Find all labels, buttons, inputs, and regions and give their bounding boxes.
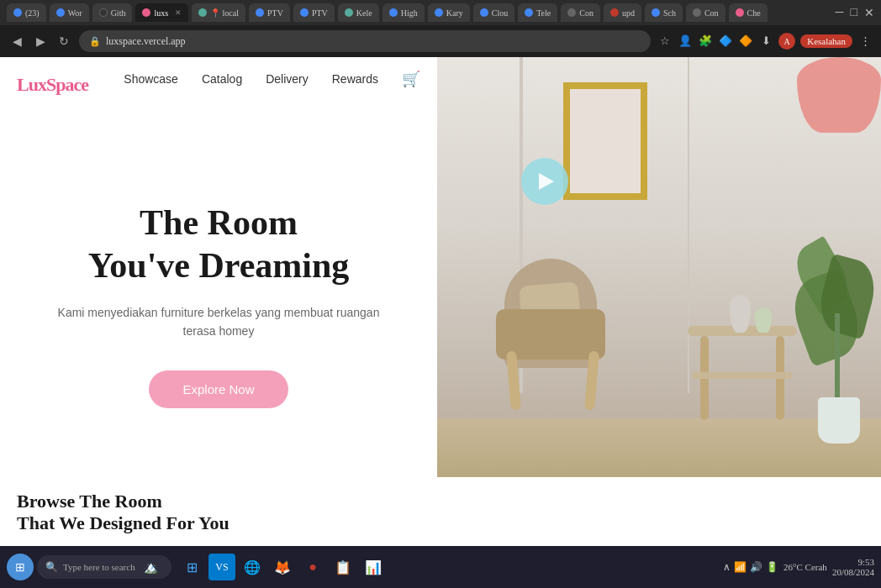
- search-placeholder-text: Type here to search: [63, 562, 135, 572]
- play-button[interactable]: [521, 158, 568, 205]
- browser-toolbar: ◀ ▶ ↻ 🔒 luxspace.vercel.app ☆ 👤 🧩 🔷 🔶 ⬇ …: [0, 25, 881, 57]
- logo-lux: Lux: [17, 74, 46, 95]
- hero-right-panel: [437, 57, 881, 477]
- hero-text-block: The Room You've Dreaming Kami menyediaka…: [42, 176, 395, 408]
- table-shelf: [692, 372, 793, 379]
- logo-space: Space: [46, 74, 88, 95]
- plant-stem: [835, 313, 840, 397]
- datetime-display: 9:53 20/08/2024: [832, 557, 874, 577]
- plant: [797, 225, 881, 444]
- tab-item[interactable]: Wor: [50, 3, 89, 22]
- error-button[interactable]: Kesalahan: [800, 34, 852, 48]
- tab-item[interactable]: Gith: [92, 3, 133, 22]
- volume-icon: 🔊: [750, 561, 762, 574]
- chair: [488, 259, 622, 427]
- room-background: [437, 57, 881, 477]
- tab-item[interactable]: Clou: [473, 3, 514, 22]
- vase-tall: [730, 295, 751, 333]
- plant-pot: [818, 397, 860, 444]
- tab-list: (23) Wor Gith luxs ✕ 📍 local PTV: [7, 3, 768, 22]
- tab-item[interactable]: Tele: [518, 3, 557, 22]
- tab-item[interactable]: 📍 local: [192, 3, 245, 22]
- bottom-title-line2: That We Designed For You: [17, 512, 864, 534]
- taskbar-search[interactable]: 🔍 Type here to search 🏔️: [37, 555, 171, 579]
- tray-icons: ∧ 📶 🔊 🔋: [723, 561, 778, 574]
- tray-icon-1: ∧: [723, 561, 731, 574]
- nav-catalog[interactable]: Catalog: [202, 72, 242, 86]
- app-icon-4[interactable]: 🦊: [269, 554, 296, 580]
- nav-showcase[interactable]: Showcase: [124, 72, 178, 86]
- taskbar-tray: ∧ 📶 🔊 🔋 26°C Cerah 9:53 20/08/2024: [723, 557, 874, 577]
- address-bar[interactable]: 🔒 luxspace.vercel.app: [79, 30, 651, 52]
- tab-item[interactable]: Che: [729, 3, 768, 22]
- hero-heading-line2: You've Dreaming: [88, 246, 350, 285]
- app-icon-7[interactable]: 📊: [360, 554, 387, 580]
- cart-icon[interactable]: 🛒: [402, 70, 420, 88]
- vscode-icon[interactable]: VS: [208, 554, 235, 580]
- play-triangle-icon: [539, 173, 554, 190]
- ext-icon[interactable]: 🧩: [698, 34, 713, 49]
- explore-now-button[interactable]: Explore Now: [149, 370, 288, 408]
- site-nav: Showcase Catalog Delivery Rewards 🛒: [124, 70, 420, 88]
- tab-item[interactable]: High: [382, 3, 425, 22]
- battery-icon: 🔋: [766, 561, 778, 574]
- reload-button[interactable]: ↻: [55, 33, 72, 50]
- taskbar: ⊞ 🔍 Type here to search 🏔️ ⊞ VS 🌐 🦊 ● 📋 …: [0, 546, 881, 588]
- chrome-icon[interactable]: 🌐: [239, 554, 266, 580]
- site-logo[interactable]: LuxSpace: [17, 74, 88, 96]
- app-icon-5[interactable]: ●: [299, 554, 326, 580]
- back-button[interactable]: ◀: [8, 33, 25, 50]
- bottom-section: Browse The Room That We Designed For You: [0, 477, 881, 546]
- hero-left-panel: LuxSpace Showcase Catalog Delivery Rewar…: [0, 57, 437, 477]
- lamp-shade: [797, 57, 881, 133]
- hero-section: LuxSpace Showcase Catalog Delivery Rewar…: [0, 57, 881, 477]
- weather-text: 26°C Cerah: [783, 562, 827, 572]
- network-icon: 📶: [734, 561, 746, 574]
- website-content: LuxSpace Showcase Catalog Delivery Rewar…: [0, 57, 881, 546]
- forward-button[interactable]: ▶: [32, 33, 49, 50]
- url-text: luxspace.vercel.app: [106, 35, 186, 48]
- nav-rewards[interactable]: Rewards: [332, 72, 378, 86]
- taskbar-app-icons: ⊞ VS 🌐 🦊 ● 📋 📊: [178, 554, 387, 580]
- profile-icon[interactable]: 👤: [678, 34, 693, 49]
- tab-item[interactable]: Kele: [338, 3, 379, 22]
- date-display: 20/08/2024: [832, 567, 874, 577]
- hero-subtext: Kami menyediakan furniture berkelas yang…: [42, 303, 395, 341]
- tab-item[interactable]: Kary: [428, 3, 470, 22]
- tab-item[interactable]: PTV: [293, 3, 335, 22]
- start-button[interactable]: ⊞: [7, 554, 34, 580]
- hero-heading-line1: The Room: [140, 203, 298, 242]
- menu-button[interactable]: ⋮: [857, 34, 873, 49]
- tab-item[interactable]: Sch: [645, 3, 683, 22]
- bookmark-icon[interactable]: ☆: [657, 34, 673, 49]
- nav-delivery[interactable]: Delivery: [266, 72, 309, 86]
- ext-icon2[interactable]: 🔷: [718, 34, 733, 49]
- vase-small: [755, 307, 772, 333]
- taskview-icon[interactable]: ⊞: [178, 554, 205, 580]
- picture-frame: [563, 82, 647, 200]
- tab-item[interactable]: (23): [7, 3, 46, 22]
- ext-icon3[interactable]: 🔶: [738, 34, 753, 49]
- tab-item-active[interactable]: luxs ✕: [135, 3, 188, 22]
- bottom-title-line1: Browse The Room: [17, 491, 864, 512]
- profile-circle[interactable]: A: [778, 33, 795, 50]
- tab-item[interactable]: upd: [604, 3, 641, 22]
- app-icon-6[interactable]: 📋: [330, 554, 356, 580]
- side-table: [688, 326, 797, 427]
- tab-item[interactable]: Con: [686, 3, 725, 22]
- time-display: 9:53: [857, 557, 874, 567]
- download-icon[interactable]: ⬇: [758, 34, 773, 49]
- tab-item[interactable]: Con: [561, 3, 600, 22]
- hero-heading: The Room You've Dreaming: [42, 202, 395, 286]
- tab-item[interactable]: PTV: [249, 3, 290, 22]
- tab-bar: (23) Wor Gith luxs ✕ 📍 local PTV: [0, 0, 881, 25]
- browser-chrome: (23) Wor Gith luxs ✕ 📍 local PTV: [0, 0, 881, 57]
- toolbar-icons: ☆ 👤 🧩 🔷 🔶 ⬇ A Kesalahan ⋮: [657, 33, 873, 50]
